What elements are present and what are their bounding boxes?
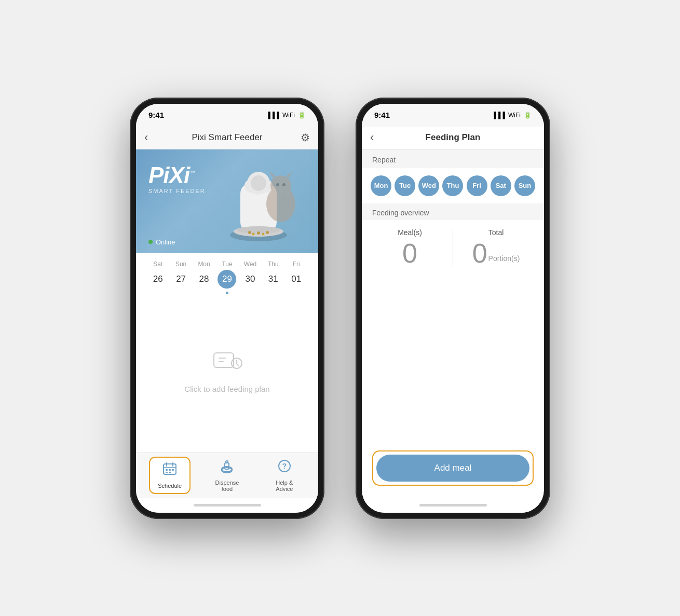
schedule-icon [162, 462, 177, 480]
cal-label-thu: Thu [268, 261, 279, 268]
calendar-row: Sat 26 Sun 27 Mon 28 Tue 29 [146, 261, 308, 294]
cal-dot-thu [272, 292, 275, 294]
wifi-icon-2: WiFi [508, 112, 521, 119]
dispense-food-icon [220, 459, 234, 477]
home-indicator-1 [136, 498, 318, 513]
svg-rect-27 [169, 469, 171, 471]
day-wed[interactable]: Wed [418, 175, 439, 196]
cal-date-fri: 01 [287, 270, 306, 289]
phone-2: 9:41 ▐▐▐ WiFi 🔋 ‹ Feeding Plan Repeat Mo… [356, 98, 550, 519]
cal-day-fri[interactable]: Fri 01 [285, 261, 308, 294]
back-button-1[interactable]: ‹ [144, 131, 148, 144]
empty-plan-text: Click to add feeding plan [184, 385, 269, 393]
day-thu[interactable]: Thu [442, 175, 463, 196]
empty-feeding-plan[interactable]: Click to add feeding plan [136, 299, 318, 453]
svg-point-12 [252, 232, 255, 235]
phone-1: 9:41 ▐▐▐ WiFi 🔋 ‹ Pixi Smart Feeder ⚙ Pi… [130, 98, 324, 519]
day-sun[interactable]: Sun [514, 175, 535, 196]
cal-dot-fri [295, 292, 297, 294]
battery-icon-2: 🔋 [524, 112, 532, 119]
days-row: Mon Tue Wed Thu Fri Sat Sun [362, 168, 544, 203]
cal-dot-sun [180, 292, 182, 294]
trademark-text: ™ [189, 169, 195, 176]
svg-point-10 [282, 183, 285, 186]
add-meal-button[interactable]: Add meal [376, 455, 529, 482]
cal-dot-tue [226, 292, 228, 294]
cal-day-mon[interactable]: Mon 28 [193, 261, 215, 294]
cal-dot-mon [203, 292, 206, 294]
cal-date-sat: 26 [148, 270, 167, 289]
cal-date-thu: 31 [264, 270, 282, 289]
status-time-2: 9:41 [374, 111, 390, 119]
cal-label-sun: Sun [175, 261, 186, 268]
back-button-2[interactable]: ‹ [370, 131, 374, 144]
svg-line-19 [237, 364, 239, 366]
status-bar-2: 9:41 ▐▐▐ WiFi 🔋 [362, 104, 544, 127]
feeder-illustration [209, 155, 313, 251]
tab-schedule[interactable]: Schedule [149, 457, 191, 494]
status-icons-2: ▐▐▐ WiFi 🔋 [492, 112, 532, 119]
cal-date-tue: 29 [217, 270, 236, 289]
cal-day-sun[interactable]: Sun 27 [170, 261, 193, 294]
cal-label-sat: Sat [153, 261, 162, 268]
feeding-overview-table: Meal(s) 0 Total 0 Portion(s) [362, 220, 544, 279]
cal-date-mon: 28 [195, 270, 213, 289]
cal-dot-wed [249, 292, 251, 294]
svg-point-13 [257, 231, 260, 235]
cal-day-sat[interactable]: Sat 26 [146, 261, 169, 294]
svg-point-15 [266, 231, 269, 234]
phone-1-screen: 9:41 ▐▐▐ WiFi 🔋 ‹ Pixi Smart Feeder ⚙ Pi… [136, 104, 318, 513]
online-dot [148, 240, 153, 244]
total-column: Total 0 Portion(s) [458, 228, 534, 267]
nav-bar-1: ‹ Pixi Smart Feeder ⚙ [136, 127, 318, 149]
settings-button-1[interactable]: ⚙ [301, 131, 310, 144]
svg-text:?: ? [282, 462, 287, 470]
tab-help-advice[interactable]: ? Help & Advice [264, 455, 305, 496]
feeding-overview-section: Feeding overview [362, 203, 544, 220]
total-label: Total [488, 228, 504, 237]
online-status: Online [148, 238, 175, 246]
day-sat[interactable]: Sat [491, 175, 511, 196]
svg-point-4 [251, 175, 266, 191]
day-mon[interactable]: Mon [371, 175, 391, 196]
signal-icon: ▐▐▐ [266, 112, 279, 119]
battery-icon: 🔋 [298, 112, 306, 119]
home-bar-1 [194, 504, 261, 507]
nav-bar-2: ‹ Feeding Plan [362, 127, 544, 149]
meals-column: Meal(s) 0 [372, 228, 447, 267]
total-unit: Portion(s) [488, 254, 520, 267]
signal-icon-2: ▐▐▐ [492, 112, 505, 119]
logo-text: PiXi™ [148, 164, 206, 187]
svg-rect-28 [172, 469, 174, 471]
tab-bar-1: Schedule Dispense food [136, 453, 318, 498]
cal-day-thu[interactable]: Thu 31 [262, 261, 284, 294]
day-tue[interactable]: Tue [395, 175, 415, 196]
feeding-plan-icon [212, 348, 243, 379]
home-indicator-2 [362, 498, 544, 513]
total-value-unit: 0 Portion(s) [472, 240, 520, 267]
day-fri[interactable]: Fri [467, 175, 487, 196]
cal-label-mon: Mon [198, 261, 210, 268]
add-meal-wrapper: Add meal [372, 450, 534, 486]
wifi-icon: WiFi [282, 112, 295, 119]
overview-divider [453, 228, 453, 267]
cal-day-wed[interactable]: Wed 30 [239, 261, 262, 294]
svg-rect-29 [166, 472, 168, 473]
tab-dispense-food[interactable]: Dispense food [206, 455, 248, 496]
total-value: 0 [472, 240, 487, 267]
cal-dot-sat [157, 292, 159, 294]
svg-point-11 [248, 231, 251, 234]
status-icons-1: ▐▐▐ WiFi 🔋 [266, 112, 306, 119]
svg-point-9 [276, 183, 279, 186]
repeat-section-label: Repeat [362, 149, 544, 168]
svg-point-8 [270, 175, 291, 196]
cal-date-wed: 30 [241, 270, 260, 289]
status-time-1: 9:41 [148, 111, 164, 119]
home-bar-2 [419, 504, 487, 507]
svg-point-14 [262, 232, 265, 235]
online-label: Online [156, 238, 175, 246]
status-bar-1: 9:41 ▐▐▐ WiFi 🔋 [136, 104, 318, 127]
hero-banner: PiXi™ SMART FEEDER [136, 149, 318, 253]
cal-day-tue[interactable]: Tue 29 [215, 261, 238, 294]
feeding-plan-title: Feeding Plan [426, 132, 481, 143]
